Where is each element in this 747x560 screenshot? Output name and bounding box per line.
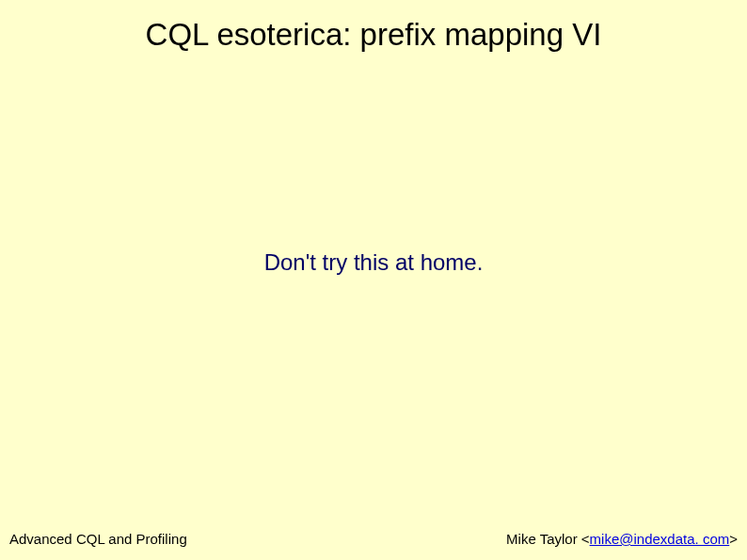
angle-open: < bbox=[581, 531, 590, 547]
footer-left: Advanced CQL and Profiling bbox=[9, 531, 187, 547]
author-email-link[interactable]: mike@indexdata. com bbox=[590, 531, 730, 547]
slide-title: CQL esoterica: prefix mapping VI bbox=[0, 17, 747, 53]
slide-body-text: Don't try this at home. bbox=[0, 249, 747, 276]
angle-close: > bbox=[729, 531, 738, 547]
author-name: Mike Taylor bbox=[506, 531, 581, 547]
footer-right: Mike Taylor <mike@indexdata. com> bbox=[506, 531, 738, 547]
